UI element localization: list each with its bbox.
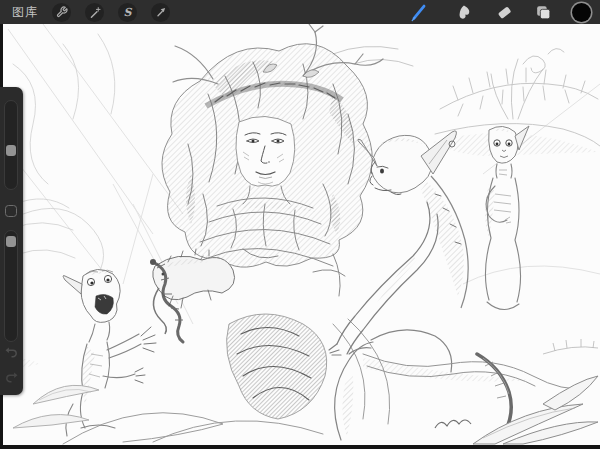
actions-button[interactable] [52, 3, 71, 22]
undo-arrow-icon [4, 345, 19, 360]
eraser-icon [495, 3, 514, 22]
smudge-button[interactable] [454, 1, 476, 23]
canvas-artwork [3, 24, 600, 445]
brush-size-slider[interactable] [4, 100, 18, 190]
adjustments-button[interactable] [85, 3, 104, 22]
transform-arrow-icon [155, 6, 167, 18]
undo-button[interactable] [4, 345, 19, 360]
smudge-finger-icon [456, 3, 475, 22]
top-toolbar: 图库 S [0, 0, 600, 24]
redo-button[interactable] [4, 370, 19, 385]
brush-size-handle[interactable] [6, 145, 16, 156]
opacity-slider[interactable] [4, 230, 18, 342]
paint-tools-group [408, 1, 600, 23]
modify-button[interactable] [5, 205, 17, 217]
eraser-button[interactable] [493, 1, 515, 23]
opacity-handle[interactable] [6, 236, 16, 247]
drawing-canvas[interactable] [3, 24, 600, 445]
paint-brush-button[interactable] [408, 1, 430, 23]
gallery-button[interactable]: 图库 [12, 4, 38, 21]
paint-brush-icon [408, 1, 430, 23]
transform-button[interactable] [151, 3, 170, 22]
brush-sidebar [0, 87, 23, 395]
layers-button[interactable] [532, 1, 554, 23]
color-swatch-button[interactable] [572, 3, 591, 22]
selection-button[interactable]: S [118, 3, 137, 22]
wrench-icon [56, 6, 68, 18]
magic-wand-icon [88, 6, 101, 19]
selection-s-icon: S [124, 6, 132, 17]
redo-arrow-icon [4, 370, 19, 385]
layers-icon [534, 3, 553, 22]
procreate-window: 图库 S [0, 0, 600, 449]
